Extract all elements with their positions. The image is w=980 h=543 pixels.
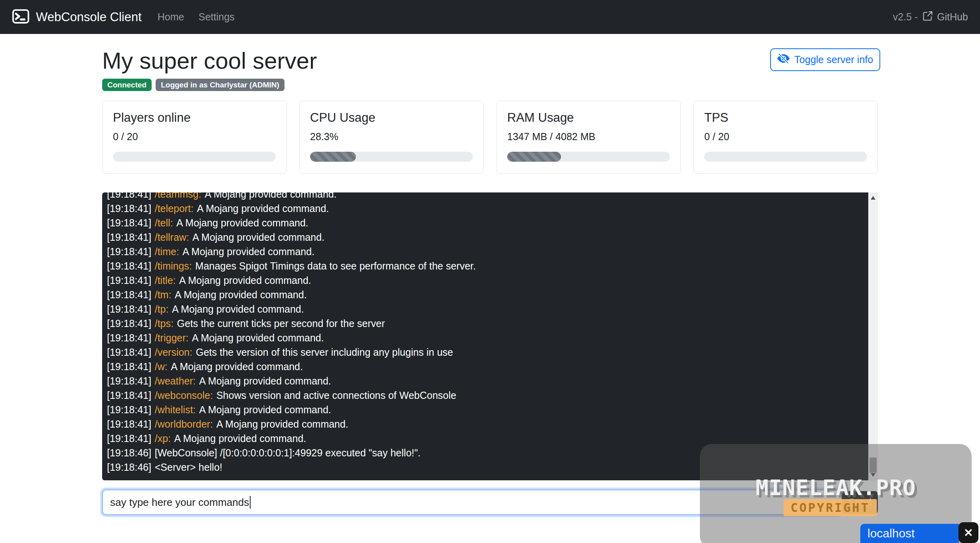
scrollbar-up-arrow-icon[interactable] [871, 196, 875, 200]
console-line: [19:18:41]/weather:A Mojang provided com… [107, 374, 862, 388]
card-players-online: Players online 0 / 20 [102, 101, 286, 174]
console-scrollbar[interactable] [868, 192, 878, 480]
progress-track [507, 152, 670, 162]
progress-bar [507, 152, 561, 162]
close-icon[interactable]: ✕ [958, 522, 978, 543]
card-title: Players online [113, 111, 276, 125]
console-line: [19:18:41]/timings:Manages Spigot Timing… [107, 259, 862, 273]
nav-link-settings[interactable]: Settings [198, 11, 234, 23]
console-output: [19:18:41]/teammsg:A Mojang provided com… [107, 192, 862, 474]
logged-in-badge: Logged in as Charlystar (ADMIN) [156, 79, 285, 91]
external-link-icon [923, 11, 933, 24]
send-button[interactable]: Send [842, 491, 878, 514]
github-label: GitHub [937, 11, 968, 23]
connected-badge: Connected [102, 79, 152, 91]
console-line: [19:18:41]/title:A Mojang provided comma… [107, 273, 862, 287]
console-line: [19:18:41]/time:A Mojang provided comman… [107, 244, 862, 259]
console-line: [19:18:41]/tm:A Mojang provided command. [107, 287, 862, 302]
progress-track [113, 152, 276, 162]
localhost-toast: localhost [860, 524, 959, 543]
navbar-right: v2.5 - GitHub [893, 11, 968, 24]
eye-slash-icon [777, 52, 790, 67]
console-line: [19:18:41]/whitelist:A Mojang provided c… [107, 402, 862, 417]
card-title: TPS [704, 111, 867, 125]
console-line: [19:18:41]/teleport:A Mojang provided co… [107, 201, 862, 216]
stat-cards: Players online 0 / 20 CPU Usage 28.3% RA… [102, 101, 878, 174]
command-input[interactable]: say type here your commands [102, 489, 842, 515]
console-line: [19:18:41]/version:Gets the version of t… [107, 345, 862, 359]
console-line: [19:18:46]<Server> hello! [107, 460, 862, 474]
webconsole-page: WebConsole Client Home Settings v2.5 - G… [0, 0, 980, 543]
progress-track [310, 152, 473, 162]
console-line: [19:18:41]/tellraw:A Mojang provided com… [107, 230, 862, 244]
console-line: [19:18:41]/w:A Mojang provided command. [107, 359, 862, 374]
card-value: 1347 MB / 4082 MB [507, 131, 670, 143]
console-line: [19:18:41]/tps:Gets the current ticks pe… [107, 316, 862, 331]
progress-track [704, 152, 867, 162]
version-label: v2.5 - [893, 11, 918, 23]
console-line: [19:18:41]/xp:A Mojang provided command. [107, 431, 862, 446]
brand-title: WebConsole Client [36, 10, 142, 24]
card-ram-usage: RAM Usage 1347 MB / 4082 MB [496, 101, 681, 174]
github-link[interactable]: GitHub [923, 11, 968, 24]
page-title: My super cool server [102, 48, 317, 73]
scrollbar-thumb[interactable] [869, 458, 877, 473]
console-line: [19:18:41]/worldborder:A Mojang provided… [107, 417, 862, 431]
server-console: [19:18:41]/teammsg:A Mojang provided com… [102, 192, 878, 480]
toggle-server-info-button[interactable]: Toggle server info [770, 48, 880, 71]
card-value: 28.3% [310, 131, 473, 143]
console-line: [19:18:41]/tp:A Mojang provided command. [107, 302, 862, 316]
brand[interactable]: WebConsole Client [12, 8, 142, 27]
scrollbar-down-arrow-icon[interactable] [871, 473, 875, 477]
console-line: [19:18:41]/webconsole:Shows version and … [107, 388, 862, 402]
card-title: CPU Usage [310, 111, 473, 125]
card-value: 0 / 20 [704, 131, 867, 143]
console-line: [19:18:46][WebConsole] /[0:0:0:0:0:0:0:1… [107, 446, 862, 460]
progress-bar [310, 152, 356, 162]
terminal-icon [12, 8, 30, 27]
navbar: WebConsole Client Home Settings v2.5 - G… [0, 0, 980, 34]
toggle-server-info-label: Toggle server info [794, 54, 873, 65]
command-input-value: say type here your commands [110, 496, 249, 509]
status-badges: Connected Logged in as Charlystar (ADMIN… [102, 79, 285, 91]
console-line: [19:18:41]/teammsg:A Mojang provided com… [107, 192, 862, 201]
card-title: RAM Usage [507, 111, 670, 125]
nav-links: Home Settings [158, 11, 235, 23]
nav-link-home[interactable]: Home [158, 11, 184, 23]
text-caret [250, 496, 251, 509]
card-value: 0 / 20 [113, 131, 276, 143]
card-cpu-usage: CPU Usage 28.3% [299, 101, 484, 174]
console-line: [19:18:41]/trigger:A Mojang provided com… [107, 331, 862, 345]
console-line: [19:18:41]/tell:A Mojang provided comman… [107, 216, 862, 230]
card-tps: TPS 0 / 20 [694, 101, 878, 174]
